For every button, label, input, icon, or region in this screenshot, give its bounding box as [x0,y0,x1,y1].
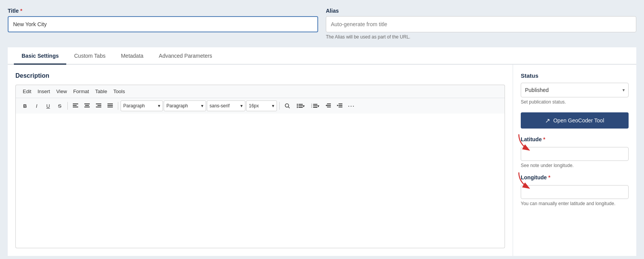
tab-basic-settings[interactable]: Basic Settings [14,47,66,65]
menu-table[interactable]: Table [92,87,110,95]
align-center-button[interactable] [82,100,92,111]
alias-label: Alias [326,8,636,14]
main-content: Description Edit Insert View Format Tabl… [8,65,636,256]
indent-decrease-button[interactable] [323,100,334,111]
status-hint: Set publication status. [521,99,629,105]
svg-rect-2 [73,107,78,107]
italic-button[interactable]: I [31,100,42,111]
paragraph-select-2[interactable]: Paragraph ▾ [164,100,206,111]
geocoder-icon: ↗ [545,117,550,124]
tab-custom-tabs[interactable]: Custom Tabs [66,47,113,65]
menu-insert[interactable]: Insert [34,87,53,95]
size-label: 16px [249,103,259,109]
paragraph-select-1[interactable]: Paragraph ▾ [121,100,163,111]
svg-rect-6 [96,104,101,104]
svg-rect-19 [299,107,303,108]
menu-edit[interactable]: Edit [20,87,34,95]
longitude-label-text: Longitude [521,174,547,180]
svg-rect-9 [107,104,113,104]
svg-rect-26 [327,104,331,104]
geocoder-label: Open GeoCoder Tool [553,117,604,124]
strikethrough-button[interactable]: S [54,100,65,111]
svg-rect-8 [96,107,101,107]
tab-advanced-parameters[interactable]: Advanced Parameters [151,47,220,65]
sidebar-section: Status Published Unpublished Draft ▾ Set… [513,65,636,256]
more-options-button[interactable]: ··· [346,100,357,111]
divider-3 [279,102,280,110]
title-input[interactable] [8,16,318,32]
paragraph2-label: Paragraph [166,103,188,109]
geocoder-button[interactable]: ↗ Open GeoCoder Tool [521,112,629,129]
description-title: Description [15,72,505,79]
size-select[interactable]: 16px ▾ [246,100,277,111]
latitude-group: Latitude * See note under longitude. [521,136,629,168]
svg-rect-25 [313,107,317,108]
align-justify-button[interactable] [105,100,116,111]
longitude-input[interactable] [521,185,629,199]
svg-rect-30 [339,104,342,104]
search-button[interactable] [282,100,293,111]
title-group: Title * [8,8,318,32]
svg-rect-3 [84,104,90,104]
svg-point-16 [297,105,298,107]
svg-rect-21 [313,104,317,105]
align-left-button[interactable] [70,100,81,111]
ordered-list-button[interactable]: 1.2.3. ▾ [308,100,322,111]
svg-rect-15 [299,104,303,105]
font-label: sans-serif [210,103,230,109]
svg-rect-10 [107,105,113,106]
latitude-required-star: * [543,136,545,142]
svg-rect-23 [313,105,317,106]
longitude-required-star: * [548,174,550,180]
tabs-bar: Basic Settings Custom Tabs Metadata Adva… [8,47,636,65]
font-arrow: ▾ [240,103,243,109]
status-select-wrapper: Published Unpublished Draft ▾ [521,83,629,97]
unordered-list-button[interactable]: ▾ [293,100,307,111]
toolbar-menu: Edit Insert View Format Table Tools [16,85,505,98]
svg-rect-33 [339,107,342,107]
tab-metadata[interactable]: Metadata [113,47,151,65]
longitude-label: Longitude * [521,174,629,180]
menu-view[interactable]: View [53,87,70,95]
tabs-container: Basic Settings Custom Tabs Metadata Adva… [8,47,636,256]
svg-text:3.: 3. [311,106,312,108]
divider-1 [67,102,68,110]
alias-hint: The Alias will be used as part of the UR… [326,34,636,40]
menu-tools[interactable]: Tools [110,87,128,95]
latitude-label-text: Latitude [521,136,542,142]
paragraph2-arrow: ▾ [201,103,203,109]
svg-rect-29 [327,107,331,107]
underline-button[interactable]: U [43,100,54,111]
svg-marker-27 [325,105,327,106]
status-section: Status Published Unpublished Draft ▾ Set… [521,72,629,105]
latitude-label: Latitude * [521,136,629,142]
svg-point-14 [297,104,298,105]
svg-rect-11 [107,107,113,107]
latitude-hint: See note under longitude. [521,163,629,168]
title-required-star: * [20,8,22,14]
title-label-text: Title [8,8,19,14]
indent-increase-button[interactable] [334,100,345,111]
paragraph1-label: Paragraph [123,103,145,109]
editor-toolbar: Edit Insert View Format Table Tools B I … [15,85,505,114]
align-right-button[interactable] [93,100,104,111]
page-wrapper: Title * Alias The Alias will be used as … [0,0,644,259]
editor-body[interactable] [15,114,505,248]
font-select[interactable]: sans-serif ▾ [207,100,245,111]
svg-rect-7 [97,105,101,106]
status-label: Status [521,72,629,79]
paragraph1-arrow: ▾ [158,103,160,109]
svg-line-13 [288,107,290,109]
alias-label-text: Alias [326,8,339,14]
divider-2 [118,102,118,110]
status-select[interactable]: Published Unpublished Draft [521,83,629,97]
menu-format[interactable]: Format [70,87,92,95]
latitude-input[interactable] [521,147,629,161]
top-section: Title * Alias The Alias will be used as … [8,8,636,40]
size-arrow: ▾ [272,103,274,109]
title-label: Title * [8,8,318,14]
svg-rect-0 [73,104,78,104]
alias-input[interactable] [326,16,636,32]
bold-button[interactable]: B [20,100,30,111]
svg-marker-31 [337,105,339,106]
